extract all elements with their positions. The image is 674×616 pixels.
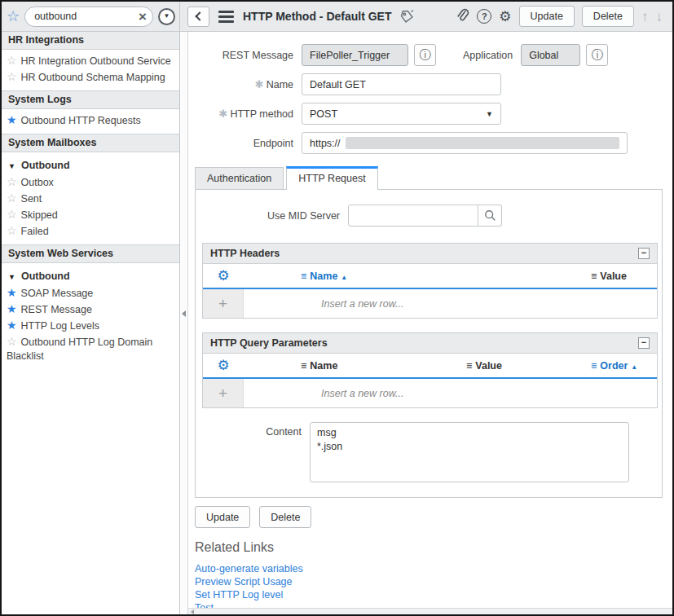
favorites-star-icon[interactable]: ☆ <box>7 9 20 24</box>
insert-row-placeholder[interactable]: Insert a new row... <box>244 379 657 407</box>
sidebar-item-soap-message[interactable]: ★SOAP Message <box>2 285 179 301</box>
chevron-left-icon <box>195 11 204 20</box>
star-outline-icon[interactable]: ☆ <box>7 224 17 237</box>
column-header-name[interactable]: ≡Name <box>244 360 400 372</box>
sidebar-collapse-icon[interactable] <box>182 310 186 317</box>
personalize-gear-icon[interactable]: ⚙ <box>499 10 511 24</box>
required-asterisk-icon: ✱ <box>255 78 264 90</box>
column-menu-icon[interactable]: ≡ <box>301 360 306 372</box>
link-set-http-log-level[interactable]: Set HTTP Log level <box>195 588 672 601</box>
sidebar-item-failed[interactable]: ☆Failed <box>2 223 179 240</box>
sidebar-item-label: Outbox <box>21 177 54 188</box>
name-input[interactable] <box>302 73 501 95</box>
sidebar-item-hr-integration-outbound-service[interactable]: ☆HR Integration Outbound Service <box>2 53 179 69</box>
delete-button[interactable]: Delete <box>259 506 311 528</box>
next-record-icon[interactable]: ↓ <box>656 10 663 24</box>
star-filled-icon[interactable]: ★ <box>7 286 17 299</box>
sidebar-item-label: HTTP Log Levels <box>21 320 99 332</box>
query-params-title: HTTP Query Parameters <box>210 337 328 349</box>
sidebar-item-sent[interactable]: ☆Sent <box>2 191 179 207</box>
navigator-search-input[interactable] <box>34 11 139 22</box>
sidebar-section-system-mailboxes: System Mailboxes <box>2 134 179 152</box>
column-menu-icon[interactable]: ≡ <box>591 360 597 372</box>
form-context-menu-icon[interactable] <box>217 9 236 24</box>
tag-icon[interactable] <box>399 9 415 24</box>
attachment-icon[interactable] <box>455 8 469 25</box>
query-params-column-row: ⚙ ≡Name ≡Value ≡Order▲ <box>203 354 657 379</box>
use-mid-server-input[interactable] <box>348 205 478 227</box>
star-outline-icon[interactable]: ☆ <box>7 208 17 221</box>
sidebar-item-outbound-http-log-domain-blacklist[interactable]: ☆Outbound HTTP Log Domain Blacklist <box>2 334 179 364</box>
sidebar-group-outbound-web-services[interactable]: ▼Outbound <box>2 266 179 285</box>
rest-message-info-icon[interactable]: ⓘ <box>414 44 436 66</box>
http-headers-insert-row[interactable]: + Insert a new row... <box>203 289 657 318</box>
tab-authentication[interactable]: Authentication <box>195 167 284 189</box>
sidebar-group-label: Outbound <box>21 271 70 282</box>
column-header-order[interactable]: ≡Order▲ <box>591 360 657 372</box>
query-params-insert-row[interactable]: + Insert a new row... <box>203 379 657 407</box>
column-header-value[interactable]: ≡Value <box>591 271 657 282</box>
link-auto-generate-variables[interactable]: Auto-generate variables <box>195 562 672 575</box>
sidebar-item-label: Sent <box>21 193 42 205</box>
related-links-section: Related Links Auto-generate variables Pr… <box>195 540 672 614</box>
collapse-section-icon[interactable]: − <box>638 248 650 259</box>
sidebar-item-outbox[interactable]: ☆Outbox <box>2 174 179 191</box>
scroll-left-icon[interactable] <box>191 609 194 614</box>
column-header-value[interactable]: ≡Value <box>400 360 591 372</box>
sidebar-item-http-log-levels[interactable]: ★HTTP Log Levels <box>2 318 179 334</box>
list-settings-gear-icon[interactable]: ⚙ <box>203 269 244 283</box>
star-outline-icon[interactable]: ☆ <box>7 54 17 67</box>
sidebar-collapse-strip[interactable] <box>180 32 188 614</box>
tab-http-request[interactable]: HTTP Request <box>286 166 377 190</box>
navigator-menu-button[interactable]: ▼ <box>158 8 175 25</box>
star-outline-icon[interactable]: ☆ <box>7 175 17 188</box>
endpoint-label: Endpoint <box>193 138 302 149</box>
http-method-select[interactable]: POST▼ <box>302 103 501 125</box>
name-label: ✱Name <box>193 78 302 90</box>
form-header: HTTP Method - Default GET ? ⚙ Update Del… <box>180 2 672 31</box>
http-request-panel: Use MID Server HTTP Headers − ⚙ ≡Name▲ <box>195 189 663 498</box>
header-delete-button[interactable]: Delete <box>582 6 634 27</box>
insert-row-placeholder[interactable]: Insert a new row... <box>244 289 657 318</box>
back-button[interactable] <box>187 7 209 27</box>
content-textarea[interactable]: msg *.json <box>310 422 629 482</box>
horizontal-scrollbar[interactable] <box>188 608 672 614</box>
collapse-section-icon[interactable]: − <box>638 337 650 349</box>
column-menu-icon[interactable]: ≡ <box>466 360 472 372</box>
update-button[interactable]: Update <box>195 506 250 528</box>
help-icon[interactable]: ? <box>477 9 491 24</box>
chevron-down-icon: ▼ <box>8 162 15 170</box>
sidebar-item-outbound-http-requests[interactable]: ★Outbound HTTP Requests <box>2 112 179 129</box>
star-outline-icon[interactable]: ☆ <box>7 191 17 205</box>
previous-record-icon[interactable]: ↑ <box>641 10 649 24</box>
add-row-plus-icon[interactable]: + <box>203 289 244 318</box>
app-window: ☆ × ▼ HTTP Method - Default GET ? ⚙ Upda… <box>0 0 674 616</box>
mid-server-lookup-button[interactable] <box>478 205 502 227</box>
star-filled-icon[interactable]: ★ <box>7 113 17 126</box>
caret-down-icon: ▼ <box>486 110 493 118</box>
application-label: Application <box>463 50 521 61</box>
sidebar-group-outbound-mailboxes[interactable]: ▼Outbound <box>2 156 179 174</box>
add-row-plus-icon[interactable]: + <box>203 379 244 407</box>
column-menu-icon[interactable]: ≡ <box>301 271 306 282</box>
column-header-name[interactable]: ≡Name▲ <box>244 271 591 282</box>
application-field: Global <box>521 44 580 66</box>
star-filled-icon[interactable]: ★ <box>7 302 17 315</box>
clear-search-icon[interactable]: × <box>139 10 147 24</box>
star-filled-icon[interactable]: ★ <box>7 319 17 332</box>
search-icon <box>484 209 496 222</box>
http-method-label: ✱HTTP method <box>193 108 302 120</box>
sidebar-item-skipped[interactable]: ☆Skipped <box>2 207 179 223</box>
endpoint-input[interactable]: https:// <box>302 132 628 154</box>
sidebar-item-label: SOAP Message <box>21 288 94 299</box>
related-links-title: Related Links <box>195 540 672 555</box>
sidebar-item-hr-outbound-schema-mapping[interactable]: ☆HR Outbound Schema Mapping <box>2 69 179 86</box>
list-settings-gear-icon[interactable]: ⚙ <box>203 359 244 372</box>
link-preview-script-usage[interactable]: Preview Script Usage <box>195 575 672 588</box>
sidebar-item-rest-message[interactable]: ★REST Message <box>2 301 179 318</box>
column-menu-icon[interactable]: ≡ <box>591 271 597 282</box>
application-info-icon[interactable]: ⓘ <box>586 44 608 66</box>
star-outline-icon[interactable]: ☆ <box>7 70 17 83</box>
star-outline-icon[interactable]: ☆ <box>7 335 17 348</box>
header-update-button[interactable]: Update <box>519 6 575 27</box>
